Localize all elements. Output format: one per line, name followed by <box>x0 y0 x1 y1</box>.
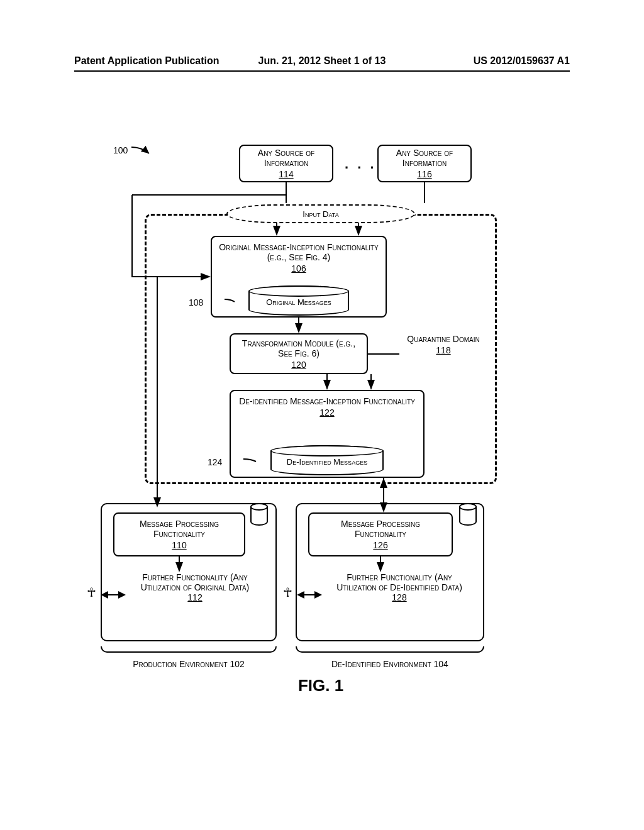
ref-100-text: 100 <box>113 145 128 155</box>
ref-108-text: 108 <box>189 297 203 307</box>
transform-title: Transformation Module (e.g., See Fig. 6) <box>236 338 362 358</box>
source-of-info-2: Any Source of Information 116 <box>377 145 472 182</box>
transformation-module-box: Transformation Module (e.g., See Fig. 6)… <box>230 333 368 374</box>
omif-title: Original Message-Inception Functionality… <box>217 242 380 262</box>
ref-124-text: 124 <box>208 457 222 467</box>
header-right: US 2012/0159637 A1 <box>474 55 570 67</box>
ff-left-ref: 112 <box>187 592 202 602</box>
ref-124-label: 124 <box>208 454 260 467</box>
db-icon-left <box>250 503 268 526</box>
input-data-text: Input Data <box>303 209 338 219</box>
user-arrow-left-icon <box>101 591 126 599</box>
env-prod-label: Production Environment 102 <box>101 659 277 669</box>
mpf-left-title: Message Processing Functionality <box>119 519 239 539</box>
original-messages-cylinder: Original Messages <box>248 285 349 316</box>
bracket-deid <box>296 646 484 653</box>
source2-ref: 116 <box>384 169 465 179</box>
ref-100-label: 100 <box>113 145 155 157</box>
header-left: Patent Application Publication <box>74 55 219 67</box>
further-functionality-right: Further Functionality (Any Utilization o… <box>327 572 472 602</box>
mpf-right-ref: 126 <box>314 540 447 550</box>
quarantine-domain-label: Quarantine Domain 118 <box>399 333 487 356</box>
mpf-right-title: Message Processing Functionality <box>314 519 447 539</box>
mpf-left-ref: 110 <box>119 540 239 550</box>
ff-right-ref: 128 <box>392 592 406 602</box>
source1-title: Any Source of Information <box>245 148 327 168</box>
header-mid: Jun. 21, 2012 Sheet 1 of 13 <box>258 55 386 67</box>
user-icon-right: ☥ <box>283 585 292 600</box>
source1-ref: 114 <box>245 169 327 179</box>
dmif-ref: 122 <box>236 407 418 418</box>
ff-right-title: Further Functionality (Any Utilization o… <box>336 572 462 592</box>
page-header: Patent Application Publication Jun. 21, … <box>0 55 644 67</box>
db-icon-right <box>459 503 477 526</box>
dmif-title: De-identified Message-Inception Function… <box>236 396 418 406</box>
bracket-prod <box>101 646 277 653</box>
ff-left-title: Further Functionality (Any Utilization o… <box>141 572 249 592</box>
quarantine-title: Quarantine Domain <box>407 334 479 344</box>
deid-msgs-text: De-Identified Messages <box>287 454 367 467</box>
input-data-ellipse: Input Data <box>226 204 415 223</box>
deidentified-messages-cylinder: De-Identified Messages <box>270 445 384 475</box>
diagram-canvas: 100 Any Source of Information 114 . . . … <box>94 145 547 711</box>
orig-msgs-text: Original Messages <box>266 294 331 307</box>
omif-ref: 106 <box>217 263 380 274</box>
user-arrow-right-icon <box>297 591 322 599</box>
ref-108-label: 108 <box>189 294 237 307</box>
source2-title: Any Source of Information <box>384 148 465 168</box>
env-deid-label: De-Identified Environment 104 <box>296 659 484 669</box>
further-functionality-left: Further Functionality (Any Utilization o… <box>129 572 261 602</box>
message-processing-left-box: Message Processing Functionality 110 <box>113 512 245 556</box>
user-icon-left: ☥ <box>87 585 96 600</box>
quarantine-ref: 118 <box>436 345 450 355</box>
source-of-info-1: Any Source of Information 114 <box>239 145 333 182</box>
figure-title: FIG. 1 <box>94 676 547 695</box>
sources-ellipsis-icon: . . . <box>345 156 377 172</box>
message-processing-right-box: Message Processing Functionality 126 <box>308 512 453 556</box>
header-rule <box>74 70 570 72</box>
transform-ref: 120 <box>236 360 362 370</box>
